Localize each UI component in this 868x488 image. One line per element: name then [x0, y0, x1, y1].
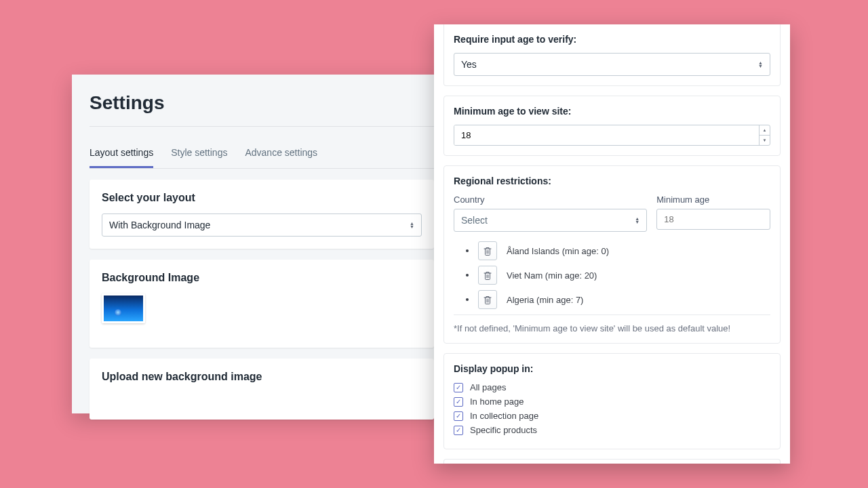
checkbox-collection-page[interactable]: ✓: [454, 411, 463, 421]
display-popup-title: Display popup in:: [454, 363, 770, 374]
country-select[interactable]: Select ▲▼: [454, 209, 647, 232]
upload-card: Upload new background image: [90, 359, 434, 420]
upload-title: Upload new background image: [102, 371, 422, 383]
tab-style-settings[interactable]: Style settings: [171, 139, 227, 168]
list-item: Algeria (min age: 7): [466, 290, 770, 309]
require-input-select[interactable]: Yes ▲▼: [454, 53, 770, 76]
chevron-updown-icon: ▲▼: [758, 61, 763, 68]
regional-section: Regional restrictions: Country Select ▲▼…: [443, 165, 781, 344]
list-item: Viet Nam (min age: 20): [466, 266, 770, 285]
layout-select-value: With Background Image: [102, 214, 421, 236]
restriction-text: Åland Islands (min age: 0): [507, 246, 609, 256]
require-input-title: Require input age to verify:: [454, 34, 770, 45]
option-label: In collection page: [470, 411, 538, 421]
trash-icon: [484, 296, 492, 304]
page-title: Settings: [90, 92, 434, 114]
select-layout-title: Select your layout: [102, 192, 422, 204]
bullet-icon: [466, 249, 469, 252]
divider: [90, 126, 434, 127]
list-item: Åland Islands (min age: 0): [466, 241, 770, 260]
delete-button[interactable]: [478, 241, 497, 260]
min-age-title: Minimum age to view site:: [454, 106, 770, 117]
regional-min-age-input[interactable]: [656, 209, 770, 230]
background-image-title: Background Image: [102, 272, 422, 284]
regional-title: Regional restrictions:: [454, 176, 770, 186]
tab-advance-settings[interactable]: Advance settings: [245, 139, 317, 168]
chevron-up-icon[interactable]: ▲: [760, 125, 770, 136]
chevron-down-icon[interactable]: ▼: [760, 136, 770, 145]
restriction-text: Viet Nam (min age: 20): [507, 270, 597, 281]
regional-footnote: *If not defined, 'Minimum age to view si…: [454, 314, 770, 333]
checkbox-specific-products[interactable]: ✓: [454, 426, 463, 435]
require-input-section: Require input age to verify: Yes ▲▼: [443, 24, 781, 86]
tabs: Layout settings Style settings Advance s…: [90, 139, 434, 169]
background-image-card: Background Image: [90, 260, 434, 348]
trash-icon: [484, 247, 492, 256]
restriction-list: Åland Islands (min age: 0) Viet Nam (min…: [466, 241, 770, 309]
delete-button[interactable]: [478, 290, 497, 309]
config-panel: Require input age to verify: Yes ▲▼ Mini…: [434, 24, 790, 464]
display-popup-section: Display popup in: ✓All pages ✓In home pa…: [443, 353, 781, 449]
bullet-icon: [466, 274, 469, 277]
delete-button[interactable]: [478, 266, 497, 285]
option-label: In home page: [470, 396, 524, 407]
specific-products-row: Select specific products: Open Resource …: [443, 459, 781, 464]
restriction-text: Algeria (min age: 7): [507, 295, 583, 305]
option-label: Specific products: [470, 425, 537, 435]
chevron-updown-icon: ▲▼: [635, 217, 639, 224]
layout-select[interactable]: With Background Image ▲▼: [102, 214, 422, 237]
country-value: Select: [454, 209, 646, 231]
tab-layout-settings[interactable]: Layout settings: [90, 139, 153, 168]
settings-panel: Settings Layout settings Style settings …: [72, 75, 452, 413]
regional-min-age-label: Minimum age: [656, 195, 770, 205]
bullet-icon: [466, 298, 469, 301]
option-label: All pages: [470, 382, 506, 392]
checkbox-home-page[interactable]: ✓: [454, 397, 463, 407]
number-stepper[interactable]: ▲▼: [759, 125, 770, 145]
min-age-input[interactable]: [454, 125, 759, 145]
background-thumbnail[interactable]: [102, 293, 145, 323]
chevron-updown-icon: ▲▼: [410, 222, 414, 228]
checkbox-all-pages[interactable]: ✓: [454, 383, 463, 392]
trash-icon: [484, 271, 492, 280]
country-label: Country: [454, 195, 647, 205]
min-age-section: Minimum age to view site: ▲▼: [443, 96, 781, 156]
require-input-value: Yes: [454, 54, 770, 75]
min-age-input-wrap: ▲▼: [454, 125, 770, 146]
select-layout-card: Select your layout With Background Image…: [90, 180, 434, 249]
